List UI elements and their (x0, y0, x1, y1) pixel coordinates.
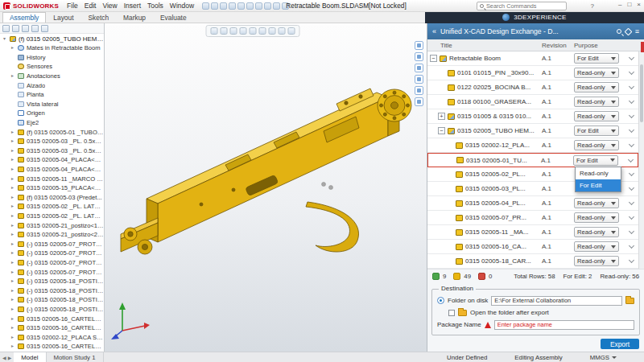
row-expand-chevron[interactable] (624, 115, 638, 117)
tree-item[interactable]: ▸(f) 0315 02005-01 _TUBO CUAD... (0, 127, 104, 137)
purpose-dropdown[interactable]: Read-only (574, 212, 619, 223)
tag-icon[interactable] (624, 27, 632, 35)
maximize-icon[interactable]: □ (627, 1, 631, 8)
row-expand-chevron[interactable] (624, 216, 638, 219)
minimize-icon[interactable]: – (618, 1, 621, 8)
tree-item[interactable]: ▸(-) 0315 02005-07_PROTECTOR... (0, 239, 104, 249)
menu-view[interactable]: View (99, 2, 120, 10)
menu-insert[interactable]: Insert (121, 2, 144, 10)
table-scrollbar[interactable] (638, 51, 644, 269)
zoom-area-icon[interactable] (221, 27, 228, 35)
expand-arrow-icon[interactable]: ▸ (10, 165, 15, 174)
package-name-input[interactable] (494, 320, 634, 330)
tab-model[interactable]: Model (14, 352, 46, 362)
expand-arrow-icon[interactable]: ▸ (10, 128, 15, 137)
3dx-share-icon[interactable] (415, 75, 423, 84)
search-input[interactable] (486, 2, 564, 10)
row-expand-chevron[interactable] (624, 260, 638, 262)
purpose-dropdown[interactable]: Read-only (574, 198, 619, 208)
tree-item[interactable]: ▸(-) 0315 02005-18_POSTIZO<1... (0, 277, 104, 286)
expand-arrow-icon[interactable]: ▸ (10, 342, 15, 351)
column-title[interactable]: Title (427, 42, 542, 49)
expand-arrow-icon[interactable]: ▸ (10, 277, 15, 286)
tree-item[interactable]: ▸0315 02002-12_PLACA SOP. DE... (0, 332, 104, 342)
table-row[interactable]: 0118 00100_GRASERA...A.1Read-only (427, 95, 638, 109)
menu-edit[interactable]: Edit (81, 2, 100, 10)
table-row[interactable]: 0122 02025_BOCINA B...A.1Read-only (427, 80, 638, 95)
tree-item[interactable]: ▸0315 02005-02 _PL. LATERAL D... (0, 202, 104, 212)
open-folder-checkbox[interactable] (448, 310, 455, 316)
graphics-viewport[interactable] (105, 23, 427, 352)
tab-motion-study[interactable]: Motion Study 1 (47, 352, 104, 362)
collapse-icon[interactable]: « (432, 28, 436, 35)
tree-item[interactable]: ▸(-) 0315 02005-07_PROTECTOR... (0, 249, 104, 258)
menu-window[interactable]: Window (167, 2, 197, 10)
close-icon[interactable]: × (637, 1, 641, 8)
table-row[interactable]: 0315 02005-11 _MA...A.1Read-only (427, 225, 638, 240)
3dx-explore-icon[interactable] (415, 64, 423, 72)
folder-on-disk-radio[interactable] (437, 297, 444, 304)
browse-folder-icon[interactable] (625, 298, 634, 304)
save-icon[interactable] (220, 2, 227, 10)
purpose-dropdown[interactable]: Read-only (574, 97, 619, 107)
tree-item[interactable]: ▸Alzado (0, 80, 104, 90)
tree-item[interactable]: ▸Planta (0, 90, 104, 100)
expand-arrow-icon[interactable]: ▸ (10, 305, 15, 314)
collapse-icon[interactable]: − (438, 127, 445, 134)
row-expand-chevron[interactable] (624, 72, 638, 74)
expand-arrow-icon[interactable]: ▸ (10, 315, 15, 323)
configuration-manager-tab-icon[interactable] (22, 25, 29, 32)
view-orientation-icon[interactable] (250, 27, 257, 35)
purpose-dropdown[interactable]: Read-only (574, 256, 619, 266)
3ds-compass-icon[interactable] (502, 14, 510, 21)
tree-item[interactable]: ▸0315 02005-21_postizo<2> (PR... (0, 230, 104, 240)
tree-item[interactable]: ▸(-) 0315 02005-07_PROTECTOR... (0, 258, 104, 268)
dropdown-option-read-only[interactable]: Read-only (576, 167, 621, 179)
expand-arrow-icon[interactable]: ▸ (10, 146, 15, 155)
feature-tree-root[interactable]: ▾ (f) 0315 02005_TUBO HEMBRA DE I (0, 34, 104, 43)
table-row[interactable]: 0315 02005-04_PL...A.1Read-only (427, 196, 638, 211)
folder-path-input[interactable] (491, 296, 622, 306)
table-row[interactable]: 0315 02005-07_PR...A.1Read-only (427, 211, 638, 225)
3dx-collab-icon[interactable] (415, 86, 423, 95)
row-expand-chevron[interactable] (624, 101, 638, 103)
purpose-dropdown[interactable]: Read-only (574, 140, 619, 150)
table-row[interactable]: 0315 02005-18_CAR...A.1Read-only (427, 254, 638, 269)
column-revision[interactable]: Revision (542, 42, 574, 49)
purpose-dropdown[interactable]: Read-only (574, 241, 619, 252)
expand-arrow-icon[interactable]: ▸ (10, 137, 15, 146)
scrollbar-thumb[interactable] (640, 64, 643, 122)
row-expand-chevron[interactable] (624, 202, 638, 204)
menu-tools[interactable]: Tools (144, 2, 167, 10)
dimxpert-tab-icon[interactable] (31, 25, 39, 32)
collapse-icon[interactable]: − (430, 55, 437, 62)
table-row[interactable]: −0315 02005_TUBO HEM...A.1For Edit (427, 124, 638, 138)
tree-item[interactable]: ▸Anotaciones (0, 72, 104, 81)
dropdown-option-for-edit[interactable]: For Edit (576, 179, 621, 191)
expand-icon[interactable]: + (438, 113, 445, 120)
display-style-icon[interactable] (259, 27, 266, 35)
tree-item[interactable]: ▸(-) 0315 02005-18_POSTIZO<6... (0, 305, 104, 315)
export-button[interactable]: Export (601, 339, 639, 349)
3dx-apps-icon[interactable] (415, 97, 423, 106)
expand-arrow-icon[interactable]: ▸ (10, 183, 15, 192)
tab-assembly[interactable]: Assembly (2, 12, 46, 23)
expand-arrow-icon[interactable]: ▸ (10, 175, 15, 183)
table-row[interactable]: 0315 02005-16_CA...A.1Read-only (427, 240, 638, 254)
units-selector[interactable]: MMGS (590, 354, 617, 361)
tab-sketch[interactable]: Sketch (80, 12, 116, 23)
edit-appearance-icon[interactable] (279, 27, 286, 35)
tree-item[interactable]: ▸0315 02005-21_postizo<1> (P... (0, 220, 104, 230)
expand-arrow-icon[interactable]: ▸ (10, 323, 15, 332)
purpose-dropdown[interactable]: Read-only (574, 111, 619, 121)
help-icon[interactable]: ? (591, 2, 594, 10)
zoom-fit-icon[interactable] (211, 27, 218, 35)
3dx-compass-icon[interactable] (415, 41, 423, 50)
table-row[interactable]: +0315 01005 & 0315 010...A.1Read-only (427, 109, 638, 124)
purpose-dropdown[interactable]: Read-only (574, 227, 619, 237)
purpose-dropdown[interactable]: Read-only (574, 82, 619, 93)
tab-markup[interactable]: Markup (116, 12, 153, 23)
menu-file[interactable]: File (64, 2, 81, 10)
tree-item[interactable]: ▸0315 02005-02 _PL. LATERAL D... (0, 212, 104, 221)
display-manager-tab-icon[interactable] (41, 25, 48, 32)
